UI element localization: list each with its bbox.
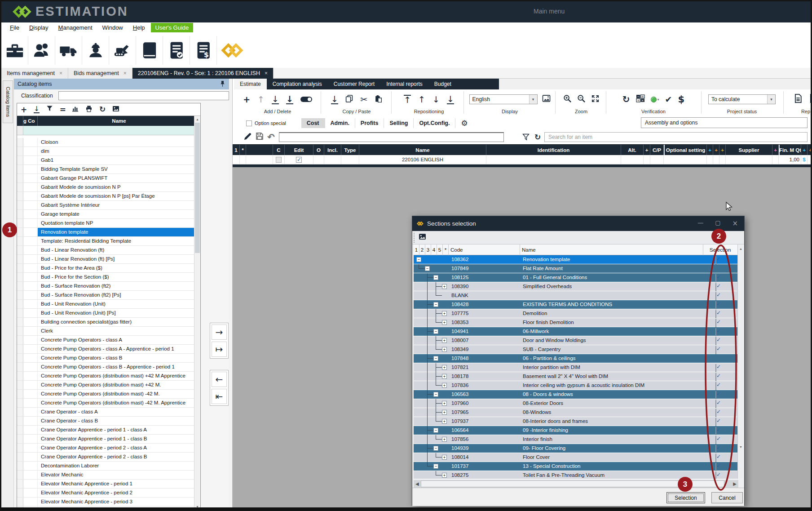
- tab-internal-reports[interactable]: Internal reports: [380, 79, 428, 89]
- row-selector[interactable]: [17, 219, 23, 227]
- row-selector[interactable]: [17, 489, 23, 497]
- row-selector[interactable]: [17, 417, 23, 425]
- catalog-item[interactable]: Concrete Pump Operators (distribution ma…: [17, 390, 200, 399]
- expand-icon[interactable]: +: [442, 473, 447, 478]
- catalog-items-strip-tab[interactable]: Catalog items: [3, 80, 13, 123]
- expand-icon[interactable]: +: [442, 437, 447, 442]
- catalog-item[interactable]: Gabarit Garage PLANSWIFT: [17, 174, 200, 183]
- row-selector[interactable]: [17, 273, 23, 281]
- row-selector[interactable]: [17, 327, 23, 335]
- catalog-item[interactable]: Concrete Pump Operators (distribution ma…: [17, 372, 200, 381]
- catalog-item[interactable]: dim: [17, 147, 200, 156]
- fit-screen-icon[interactable]: [591, 94, 600, 105]
- catalog-item[interactable]: Cloison: [17, 138, 200, 147]
- grid-col-*[interactable]: *: [240, 145, 246, 156]
- level-col-3[interactable]: 3: [425, 244, 431, 255]
- display-rows-icon[interactable]: =: [60, 105, 65, 114]
- chevron-down-icon[interactable]: ▾: [529, 95, 537, 104]
- catalog-col-name[interactable]: Name: [38, 116, 200, 126]
- tab-customer-report[interactable]: Customer Report: [328, 79, 380, 89]
- move-right-button[interactable]: →: [212, 324, 227, 340]
- level-col-2[interactable]: 2: [419, 244, 425, 255]
- row-selector[interactable]: [17, 390, 23, 398]
- grid-col-Name[interactable]: Name: [359, 145, 486, 156]
- row-selector[interactable]: [17, 435, 23, 443]
- catalog-item[interactable]: Bud - Unit Renovation (Unit): [17, 300, 200, 309]
- section-row[interactable]: +107775Demolition: [414, 309, 738, 318]
- expand-icon[interactable]: +: [442, 419, 447, 424]
- row-selector[interactable]: [17, 255, 23, 263]
- section-row[interactable]: −107849Flat Rate Amount: [414, 264, 738, 273]
- section-row[interactable]: +10793708-Interior doors and frames: [414, 417, 738, 426]
- scroll-right-icon[interactable]: ▶: [733, 481, 737, 486]
- save-icon[interactable]: [256, 132, 264, 142]
- selection-checkbox[interactable]: [715, 310, 716, 319]
- catalog-item[interactable]: Concrete Pump Operators - class A - Appr…: [17, 345, 200, 354]
- selection-checkbox[interactable]: [715, 454, 716, 462]
- grid-col-+[interactable]: +: [707, 145, 713, 156]
- collapse-icon[interactable]: −: [433, 428, 438, 433]
- row-selector[interactable]: [17, 471, 23, 479]
- move-up-icon[interactable]: ↑: [418, 95, 425, 104]
- row-selector[interactable]: [17, 291, 23, 299]
- grid-col-+[interactable]: +: [713, 145, 719, 156]
- level-col-4[interactable]: 4: [431, 244, 437, 255]
- selection-checkbox[interactable]: [715, 445, 716, 453]
- section-row[interactable]: −10656308 - Doors & windows: [414, 390, 738, 399]
- tab-close-icon[interactable]: ×: [265, 70, 268, 76]
- add-icon[interactable]: +: [21, 105, 27, 114]
- project-status-select[interactable]: To calculate ▾: [708, 94, 776, 104]
- move-down-icon[interactable]: ↓: [432, 95, 440, 104]
- section-row[interactable]: +108014Floor Cover: [414, 453, 738, 462]
- selection-checkbox[interactable]: [715, 292, 716, 301]
- view-tab-selling[interactable]: Selling: [384, 118, 414, 128]
- copy-icon[interactable]: [345, 95, 353, 104]
- row-selector[interactable]: [17, 210, 23, 218]
- catalog-item[interactable]: Decontamination Laborer: [17, 462, 200, 471]
- selection-checkbox[interactable]: [715, 319, 716, 328]
- expand-icon[interactable]: +: [442, 320, 447, 325]
- row-selector[interactable]: [17, 264, 23, 272]
- catalog-item[interactable]: Bud - Unit Renovation (Unit) [Ps]: [17, 309, 200, 318]
- section-row[interactable]: +108275Toilet Fan & Pre-Threading Vacuum: [414, 471, 738, 479]
- grid-col-+[interactable]: +: [644, 145, 650, 156]
- row-selector[interactable]: [17, 318, 23, 326]
- view-tab-admin-[interactable]: Admin.: [325, 118, 355, 128]
- grid-col-+[interactable]: +: [719, 145, 726, 156]
- row-selector[interactable]: [17, 336, 23, 344]
- row-selector[interactable]: [17, 363, 23, 371]
- selection-checkbox[interactable]: [715, 391, 716, 400]
- selection-checkbox[interactable]: [715, 337, 716, 346]
- catalog-book-icon[interactable]: [136, 36, 163, 65]
- catalog-item[interactable]: Concrete Pump Operators (distribution ma…: [17, 381, 200, 390]
- row-selector[interactable]: [17, 237, 23, 245]
- assembly-options-box[interactable]: Assembly and options: [641, 117, 808, 128]
- grid-col-C/P[interactable]: C/P: [650, 145, 664, 156]
- selection-checkbox[interactable]: [715, 364, 716, 373]
- tab-estimate[interactable]: Estimate: [234, 79, 267, 89]
- image-icon[interactable]: [419, 233, 426, 242]
- level-col-1[interactable]: 1: [414, 244, 419, 255]
- catalog-item[interactable]: Crane Operator - class B: [17, 417, 200, 426]
- workspace-tab[interactable]: 220106ENG - Rev. 0 - Sce: 1 : 220106 ENG…: [132, 68, 274, 79]
- collapse-icon[interactable]: −: [416, 257, 421, 262]
- dialog-vertical-scrollbar[interactable]: ▲ ▼: [737, 244, 743, 479]
- settings-gear-icon[interactable]: ⚙: [461, 120, 468, 127]
- document-check-icon[interactable]: [163, 36, 190, 65]
- section-row[interactable]: +108353Floor finish Demolition: [414, 318, 738, 327]
- section-row[interactable]: −10812501 - Full General Conditions: [414, 273, 738, 282]
- expand-icon[interactable]: +: [442, 311, 447, 316]
- recalculate-icon[interactable]: ↻: [622, 95, 630, 104]
- insert-below-icon[interactable]: ↓: [286, 95, 293, 104]
- collapse-icon[interactable]: −: [425, 266, 430, 271]
- row-checkbox[interactable]: [276, 157, 282, 163]
- equipment-excavator-icon[interactable]: [109, 36, 136, 65]
- row-selector[interactable]: [17, 147, 23, 156]
- menu-window[interactable]: Window: [98, 23, 127, 32]
- catalog-item[interactable]: Bidding Template Sample SV: [17, 165, 200, 174]
- collapse-icon[interactable]: −: [433, 302, 438, 307]
- grid-col-Alt.[interactable]: Alt.: [621, 145, 644, 156]
- cut-icon[interactable]: ✂: [360, 95, 367, 104]
- status-light-icon[interactable]: ▾: [651, 97, 659, 102]
- chart-icon[interactable]: [72, 105, 79, 114]
